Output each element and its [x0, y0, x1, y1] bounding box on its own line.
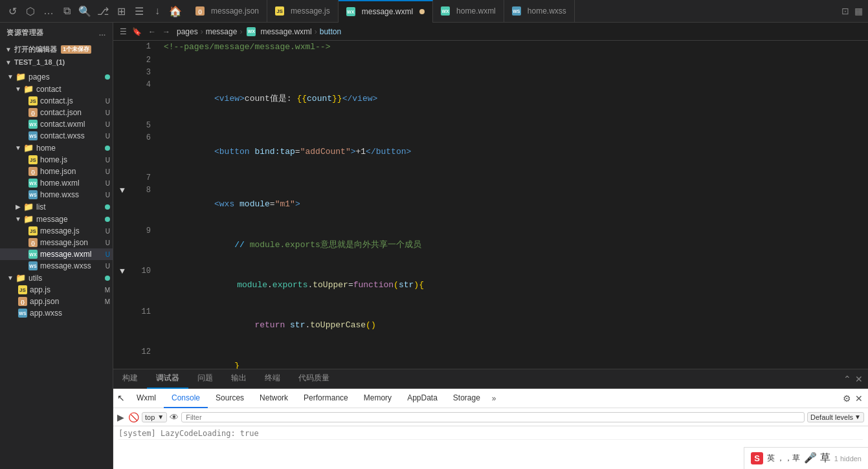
tree-item-home-wxml[interactable]: WX home.wxml U	[0, 177, 113, 189]
clear-console-icon[interactable]: 🚫	[128, 412, 139, 422]
bottom-tab-terminal[interactable]: 终端	[256, 369, 289, 389]
devtools-tabs: ↖ Wxml Console Sources Network Performan…	[113, 389, 868, 408]
main-content: 资源管理器 … ▼ 打开的编辑器 1个未保存 ▼ TEST_1_18_(1) ▼	[0, 23, 868, 469]
search-icon[interactable]: 🔍	[78, 4, 92, 18]
devtools-tab-performance[interactable]: Performance	[296, 389, 356, 408]
tree-item-message-json[interactable]: {} message.json U	[0, 237, 113, 248]
wxml-icon-2: WX	[441, 6, 450, 16]
tree-item-message-js[interactable]: JS message.js U	[0, 225, 113, 237]
tree-item-contact-wxss[interactable]: WS contact.wxss U	[0, 130, 113, 142]
split-editor-icon[interactable]: ⊡	[841, 6, 849, 16]
tree-item-pages[interactable]: ▼ 📁 pages	[0, 71, 113, 83]
tree-item-app-js[interactable]: JS app.js M	[0, 284, 113, 296]
message-wxml-name: message.wxml	[40, 250, 106, 259]
breadcrumb-nav-back[interactable]: ←	[148, 27, 156, 36]
breadcrumb-message[interactable]: message	[206, 27, 238, 36]
tree-item-utils[interactable]: ▼ 📁 utils	[0, 272, 113, 284]
devtools-tab-sources[interactable]: Sources	[208, 389, 252, 408]
refresh-icon[interactable]: ↺	[5, 4, 19, 18]
home-icon[interactable]: 🏠	[168, 4, 183, 18]
tree-item-message-wxss[interactable]: WS message.wxss U	[0, 260, 113, 272]
code-line-9: 9 // module.exports意思就是向外共享一个成员	[113, 225, 868, 265]
breadcrumb-sep-1: ›	[201, 27, 203, 36]
breadcrumb-sep-3: ›	[315, 27, 317, 36]
breadcrumb-nav-forward[interactable]: →	[162, 27, 170, 36]
tree-item-contact[interactable]: ▼ 📁 contact	[0, 83, 113, 95]
bottom-tab-debugger[interactable]: 调试器	[147, 369, 188, 389]
tree-item-contact-json[interactable]: {} contact.json U	[0, 107, 113, 118]
utils-arrow-icon: ▼	[5, 274, 16, 281]
tree-item-message[interactable]: ▼ 📁 message	[0, 213, 113, 225]
devtools-tab-wxml[interactable]: Wxml	[129, 389, 164, 408]
breadcrumb-button[interactable]: button	[320, 27, 341, 36]
sidebar-more-button[interactable]: …	[98, 29, 106, 37]
devtools-tab-console[interactable]: Console	[164, 389, 208, 408]
message-wxml-icon: WX	[28, 250, 38, 259]
bottom-tab-code-quality[interactable]: 代码质量	[289, 369, 339, 389]
open-editors-label: 打开的编辑器	[14, 45, 57, 54]
context-selector[interactable]: top ▼	[142, 412, 167, 422]
app-wxss-icon: WS	[18, 309, 27, 318]
devtools-tab-pointer[interactable]: ↖	[113, 389, 129, 408]
devtools-tab-memory[interactable]: Memory	[356, 389, 399, 408]
home-folder-name: home	[36, 144, 105, 153]
contact-wxss-icon: WS	[28, 131, 38, 140]
breadcrumb-message-wxml[interactable]: message.wxml	[260, 27, 311, 36]
tree-item-message-wxml[interactable]: WX message.wxml U	[0, 248, 113, 260]
bottom-tab-problems[interactable]: 问题	[188, 369, 222, 389]
breadcrumb-pages[interactable]: pages	[177, 27, 198, 36]
levels-dropdown-icon: ▼	[854, 413, 861, 420]
tree-item-home-js[interactable]: JS home.js U	[0, 154, 113, 166]
tab-message-js[interactable]: JS message.js	[267, 0, 339, 23]
contact-folder-name: contact	[36, 85, 113, 94]
message-json-name: message.json	[40, 238, 106, 247]
tree-item-contact-wxml[interactable]: WX contact.wxml U	[0, 118, 113, 130]
devtools-close-icon[interactable]: ✕	[855, 393, 863, 404]
code-editor[interactable]: 1 <!--pages/message/message.wxml--> 2 3 …	[113, 41, 868, 369]
more-icon[interactable]: …	[41, 4, 56, 18]
tree-item-app-wxss[interactable]: WS app.wxss	[0, 307, 113, 319]
tree-item-home-json[interactable]: {} home.json U	[0, 166, 113, 177]
console-filter-input[interactable]	[181, 412, 805, 422]
stop-icon[interactable]: ⬡	[23, 4, 38, 18]
utils-folder-name: utils	[28, 274, 105, 283]
tree-item-list[interactable]: ▶ 📁 list	[0, 201, 113, 213]
grid-icon[interactable]: ⊞	[114, 4, 128, 18]
eye-icon[interactable]: 👁	[170, 412, 179, 422]
message-json-status: U	[106, 239, 110, 246]
tab-message-wxml[interactable]: WX message.wxml	[339, 0, 433, 23]
collapse-icon[interactable]: ⌃	[843, 374, 851, 384]
home-folder-icon: 📁	[23, 143, 34, 153]
devtools-tab-storage[interactable]: Storage	[445, 389, 488, 408]
tab-home-wxss[interactable]: WS home.wxss	[504, 0, 575, 23]
tree-item-contact-js[interactable]: JS contact.js U	[0, 95, 113, 107]
log-levels-selector[interactable]: Default levels ▼	[807, 412, 864, 422]
home-js-icon: JS	[28, 155, 38, 164]
bottom-tab-build[interactable]: 构建	[113, 369, 147, 389]
sidebar-content: ▼ 打开的编辑器 1个未保存 ▼ TEST_1_18_(1) ▼ 📁 pages	[0, 43, 113, 469]
tree-item-home-wxss[interactable]: WS home.wxss U	[0, 189, 113, 201]
close-panel-icon[interactable]: ✕	[855, 374, 863, 384]
wxml-icon: WX	[346, 7, 355, 16]
run-icon[interactable]: ▶	[117, 412, 124, 422]
project-label: TEST_1_18_(1)	[14, 58, 65, 66]
tab-message-json[interactable]: {} message.json	[188, 0, 267, 23]
tab-home-wxml[interactable]: WX home.wxml	[433, 0, 504, 23]
home-wxss-icon: WS	[28, 190, 38, 199]
tree-item-app-json[interactable]: {} app.json M	[0, 296, 113, 307]
download-icon[interactable]: ↓	[150, 4, 164, 18]
wxss-icon: WS	[512, 6, 521, 16]
devtools-tab-appdata[interactable]: AppData	[399, 389, 445, 408]
project-section-header[interactable]: ▼ TEST_1_18_(1)	[0, 56, 113, 68]
copy-icon[interactable]: ⧉	[60, 4, 74, 18]
branch-icon[interactable]: ⎇	[96, 4, 110, 18]
menu-icon[interactable]: ☰	[132, 4, 146, 18]
bottom-tab-output[interactable]: 输出	[222, 369, 256, 389]
contact-wxml-status: U	[106, 121, 110, 128]
tree-item-home[interactable]: ▼ 📁 home	[0, 142, 113, 154]
devtools-more-button[interactable]: »	[488, 394, 500, 403]
devtools-tab-network[interactable]: Network	[252, 389, 296, 408]
devtools-settings-icon[interactable]: ⚙	[843, 393, 851, 404]
layout-icon[interactable]: ▦	[854, 6, 863, 16]
open-editors-section-header[interactable]: ▼ 打开的编辑器 1个未保存	[0, 43, 113, 56]
